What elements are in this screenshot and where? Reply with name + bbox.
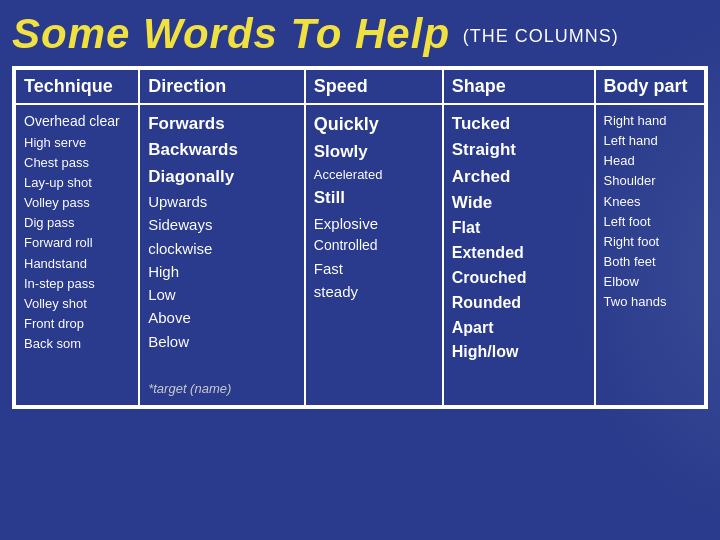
- list-item: Volley shot: [24, 294, 130, 314]
- header-shape: Shape: [443, 69, 595, 104]
- list-item: Low: [148, 283, 296, 306]
- list-item: Forward roll: [24, 233, 130, 253]
- list-item: High: [148, 260, 296, 283]
- list-item: Below: [148, 330, 296, 353]
- list-item: Overhead clear: [24, 111, 130, 133]
- list-item: Crouched: [452, 266, 586, 291]
- list-item: Sideways: [148, 213, 296, 236]
- list-item: Left foot: [604, 212, 696, 232]
- list-item: Arched: [452, 164, 586, 190]
- list-item: Rounded: [452, 291, 586, 316]
- list-item: Straight: [452, 137, 586, 163]
- title-text: Some Words To Help: [12, 10, 450, 57]
- list-item: steady: [314, 280, 434, 303]
- list-item: Shoulder: [604, 171, 696, 191]
- header-direction: Direction: [139, 69, 305, 104]
- speed-cell: QuicklySlowlyAcceleratedStillExplosiveCo…: [305, 104, 443, 406]
- list-item: Above: [148, 306, 296, 329]
- header-speed: Speed: [305, 69, 443, 104]
- list-item: Chest pass: [24, 153, 130, 173]
- list-item: Dig pass: [24, 213, 130, 233]
- list-item: Slowly: [314, 139, 434, 165]
- header-row: Technique Direction Speed Shape Body par…: [15, 69, 705, 104]
- list-item: Controlled: [314, 235, 434, 257]
- list-item: Knees: [604, 192, 696, 212]
- list-item: Right hand: [604, 111, 696, 131]
- direction-note: *target (name): [148, 381, 231, 396]
- page-title: Some Words To Help (THE COLUMNS): [12, 10, 708, 58]
- list-item: High/low: [452, 340, 586, 365]
- header-bodypart: Body part: [595, 69, 705, 104]
- bodypart-cell: Right handLeft handHeadShoulderKneesLeft…: [595, 104, 705, 406]
- list-item: Still: [314, 185, 434, 211]
- list-item: Flat: [452, 216, 586, 241]
- table-row: Overhead clearHigh serveChest passLay-up…: [15, 104, 705, 406]
- list-item: Left hand: [604, 131, 696, 151]
- list-item: Quickly: [314, 111, 434, 139]
- main-table-wrapper: Technique Direction Speed Shape Body par…: [12, 66, 708, 409]
- list-item: Accelerated: [314, 165, 434, 185]
- list-item: Volley pass: [24, 193, 130, 213]
- list-item: Upwards: [148, 190, 296, 213]
- list-item: Front drop: [24, 314, 130, 334]
- list-item: Extended: [452, 241, 586, 266]
- list-item: Handstand: [24, 254, 130, 274]
- main-table: Technique Direction Speed Shape Body par…: [14, 68, 706, 407]
- shape-cell: TuckedStraightArchedWideFlatExtendedCrou…: [443, 104, 595, 406]
- list-item: Wide: [452, 190, 586, 216]
- list-item: Right foot: [604, 232, 696, 252]
- list-item: Lay-up shot: [24, 173, 130, 193]
- header-technique: Technique: [15, 69, 139, 104]
- list-item: Forwards: [148, 111, 296, 137]
- list-item: clockwise: [148, 237, 296, 260]
- list-item: Tucked: [452, 111, 586, 137]
- list-item: Two hands: [604, 292, 696, 312]
- list-item: Backwards: [148, 137, 296, 163]
- subtitle-text: (THE COLUMNS): [463, 26, 619, 46]
- list-item: Fast: [314, 257, 434, 280]
- list-item: Head: [604, 151, 696, 171]
- list-item: Diagonally: [148, 164, 296, 190]
- page-container: Some Words To Help (THE COLUMNS) Techniq…: [0, 0, 720, 540]
- list-item: Explosive: [314, 212, 434, 235]
- list-item: Apart: [452, 316, 586, 341]
- list-item: In-step pass: [24, 274, 130, 294]
- list-item: High serve: [24, 133, 130, 153]
- technique-cell: Overhead clearHigh serveChest passLay-up…: [15, 104, 139, 406]
- direction-cell: ForwardsBackwardsDiagonallyUpwardsSidewa…: [139, 104, 305, 406]
- list-item: Both feet: [604, 252, 696, 272]
- list-item: Elbow: [604, 272, 696, 292]
- list-item: Back som: [24, 334, 130, 354]
